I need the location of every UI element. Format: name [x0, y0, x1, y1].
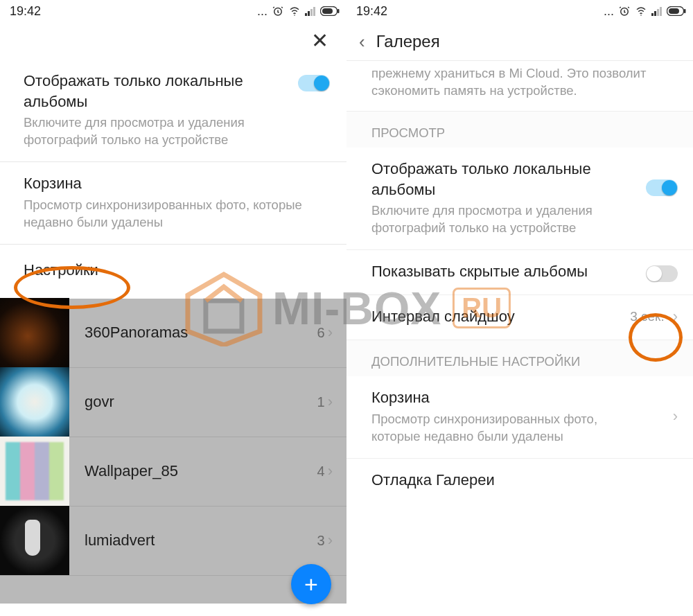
setting-settings[interactable]: Настройки	[0, 245, 346, 299]
svg-rect-4	[310, 9, 313, 16]
album-name: lumiadvert	[85, 531, 155, 549]
svg-point-10	[640, 15, 642, 16]
svg-rect-14	[660, 7, 662, 16]
slideshow-value: 3 сек.	[630, 309, 665, 324]
album-count: 4	[317, 464, 325, 479]
chevron-right-icon: ›	[673, 407, 678, 425]
setting-trash[interactable]: Корзина Просмотр синхронизированных фото…	[0, 162, 346, 245]
svg-rect-2	[305, 13, 307, 16]
section-extra: ДОПОЛНИТЕЛЬНЫЕ НАСТРОЙКИ	[346, 340, 693, 376]
svg-rect-7	[322, 8, 333, 14]
status-dots: ...	[604, 4, 614, 19]
wifi-icon	[288, 5, 301, 17]
wifi-icon	[635, 5, 647, 17]
album-count: 3	[317, 533, 325, 548]
album-thumbnail	[0, 367, 69, 437]
setting-title: Интервал слайдшоу	[371, 306, 515, 327]
status-bar: 19:42 ...	[0, 0, 346, 22]
fab-add[interactable]: +	[291, 564, 331, 604]
svg-rect-3	[308, 11, 310, 16]
album-list: 360Panoramas 6› govr 1› Wallpaper_85 4›	[0, 299, 346, 604]
alarm-icon	[618, 5, 631, 17]
setting-local-albums[interactable]: Отображать только локальные альбомы Вклю…	[346, 148, 693, 250]
album-count: 6	[317, 325, 325, 340]
nav-header: ‹ Галерея	[346, 22, 693, 61]
svg-point-1	[294, 15, 295, 16]
status-time: 19:42	[10, 4, 41, 19]
album-name: govr	[85, 393, 114, 411]
setting-title: Отображать только локальные альбомы	[371, 159, 614, 200]
cloud-description-tail: прежнему храниться в Mi Cloud. Это позво…	[346, 61, 693, 112]
settings-label: Настройки	[24, 260, 330, 281]
setting-title: Отображать только локальные альбомы	[24, 71, 266, 112]
status-right: ...	[257, 4, 340, 19]
album-thumbnail	[0, 298, 69, 367]
plus-icon: +	[304, 571, 318, 598]
album-name: Wallpaper_85	[85, 462, 178, 480]
overlay-header: ✕	[0, 22, 346, 60]
chevron-right-icon: ›	[328, 324, 333, 341]
svg-rect-11	[651, 13, 653, 16]
section-view: ПРОСМОТР	[346, 112, 693, 148]
setting-title: Корзина	[24, 173, 330, 194]
setting-slideshow-interval[interactable]: Интервал слайдшоу 3 сек. ›	[346, 295, 693, 340]
setting-debug-gallery[interactable]: Отладка Галереи	[346, 459, 693, 503]
signal-icon	[305, 6, 316, 16]
album-count: 1	[317, 394, 325, 410]
svg-rect-16	[669, 8, 679, 14]
list-item[interactable]: Wallpaper_85 4›	[0, 437, 346, 507]
svg-rect-13	[657, 9, 659, 16]
back-icon[interactable]: ‹	[359, 33, 365, 51]
svg-rect-8	[337, 9, 340, 13]
svg-rect-12	[654, 11, 656, 16]
setting-subtitle: Просмотр синхронизированных фото, которы…	[24, 197, 330, 231]
album-thumbnail	[0, 506, 69, 575]
chevron-right-icon: ›	[328, 531, 333, 549]
list-item[interactable]: 360Panoramas 6›	[0, 299, 346, 368]
alarm-icon	[272, 5, 284, 17]
signal-icon	[651, 6, 663, 16]
settings-overlay: ✕ Отображать только локальные альбомы Вк…	[0, 22, 346, 299]
chevron-right-icon: ›	[673, 308, 678, 326]
status-bar: 19:42 ...	[346, 0, 693, 22]
list-item[interactable]: govr 1›	[0, 368, 346, 437]
toggle-hidden-albums[interactable]	[646, 265, 678, 282]
battery-icon	[667, 6, 686, 16]
status-time: 19:42	[356, 4, 387, 19]
close-icon[interactable]: ✕	[311, 30, 328, 51]
album-thumbnail	[0, 437, 69, 506]
page-title: Галерея	[376, 32, 440, 51]
status-right: ...	[604, 4, 686, 19]
chevron-right-icon: ›	[328, 393, 333, 410]
setting-trash[interactable]: Корзина Просмотр синхронизированных фото…	[346, 376, 693, 459]
setting-title: Показывать скрытые альбомы	[371, 261, 588, 282]
album-name: 360Panoramas	[85, 324, 188, 342]
setting-hidden-albums[interactable]: Показывать скрытые альбомы	[346, 250, 693, 295]
setting-local-albums[interactable]: Отображать только локальные альбомы Вклю…	[0, 60, 346, 162]
setting-subtitle: Включите для просмотра и удаления фотогр…	[24, 114, 266, 149]
battery-icon	[320, 6, 340, 16]
phone-right: 19:42 ... ‹ Галерея прежнему храниться в…	[346, 0, 693, 616]
setting-title: Отладка Галереи	[371, 470, 678, 491]
toggle-local-albums[interactable]	[298, 75, 330, 91]
setting-title: Корзина	[371, 387, 635, 408]
chevron-right-icon: ›	[328, 462, 333, 479]
status-dots: ...	[257, 4, 267, 19]
toggle-local-albums[interactable]	[646, 179, 678, 196]
phone-left: 19:42 ... ✕ Отображать только локальные …	[0, 0, 346, 616]
list-item[interactable]: lumiadvert 3›	[0, 507, 346, 576]
svg-rect-17	[684, 9, 686, 13]
svg-rect-5	[313, 7, 315, 16]
setting-subtitle: Включите для просмотра и удаления фотогр…	[371, 202, 614, 237]
setting-subtitle: Просмотр синхронизированных фото, которы…	[371, 411, 635, 446]
